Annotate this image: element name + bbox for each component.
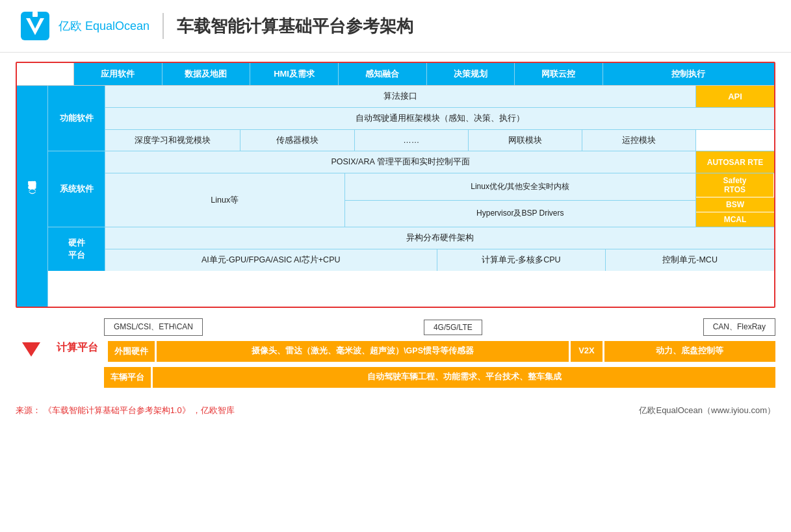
auto-system-label: 自动驾驶操作系统（基础框架软件） — [17, 86, 48, 307]
col-header-perception: 感知融合 — [339, 63, 427, 85]
hw-arch-row: 异构分布硬件架构 — [105, 227, 774, 249]
col-header-decision: 决策规划 — [427, 63, 515, 85]
module-sensor: 传感器模块 — [240, 130, 354, 151]
linux-right-group: Linux优化/其他安全实时内核 Hypervisor及BSP Drivers — [345, 173, 696, 227]
sys-software-rows: POSIX/ARA 管理平面和实时控制平面 AUTOSAR RTE Linux等… — [105, 151, 774, 227]
module-network: 网联模块 — [469, 130, 582, 151]
hw-units-row: AI单元-GPU/FPGA/ASIC AI芯片+CPU 计算单元-多核多CPU … — [105, 249, 774, 271]
footer: 来源： 《车载智能计算基础平台参考架构1.0》 ，亿欧智库 亿欧EqualOce… — [0, 397, 791, 422]
module-dots: …… — [355, 130, 469, 151]
module-dl-vision: 深度学习和视觉模块 — [105, 130, 240, 151]
logo-text: 亿欧 EqualOcean — [58, 18, 149, 34]
main-grid-right: 功能软件 算法接口 API 自动驾驶通用框架模块（感知、决策、执行） — [48, 86, 774, 307]
posix-cell: POSIX/ARA 管理平面和实时控制平面 — [105, 151, 696, 173]
logo-area: 亿欧 EqualOcean — [19, 10, 149, 42]
col-header-hmi: HMI及需求 — [250, 63, 339, 85]
main-content: 应用软件 数据及地图 HMI及需求 感知融合 决策规划 网联云控 控制执行 自动… — [0, 53, 791, 397]
func-software-label: 功能软件 — [48, 86, 105, 151]
footer-source: 来源： 《车载智能计算基础平台参考架构1.0》 ，亿欧智库 — [16, 405, 235, 416]
func-software-section: 功能软件 算法接口 API 自动驾驶通用框架模块（感知、决策、执行） — [48, 86, 774, 151]
peripheral-sensors: 摄像头、雷达（激光、毫米波、超声波）\GPS惯导等传感器 — [157, 341, 569, 362]
peripheral-row: 计算平台 外围硬件 摄像头、雷达（激光、毫米波、超声波）\GPS惯导等传感器 V… — [16, 341, 775, 362]
header-spacer — [17, 63, 74, 85]
hw-compute-unit: 计算单元-多核多CPU — [437, 249, 606, 271]
comm-gmsl: GMSL/CSI、ETH\CAN — [104, 318, 203, 336]
source-prefix: 来源： — [16, 405, 41, 415]
main-grid: 自动驾驶操作系统（基础框架软件） 功能软件 算法接口 API — [17, 86, 774, 307]
hw-platform-section: 硬件 平台 异构分布硬件架构 AI单元-GPU/FPGA/ASIC AI芯片+C… — [48, 227, 774, 271]
brand-logo-icon — [19, 10, 51, 42]
header-divider — [162, 13, 164, 39]
architecture-diagram: 应用软件 数据及地图 HMI及需求 感知融合 决策规划 网联云控 控制执行 自动… — [16, 62, 775, 308]
source-title: 《车载智能计算基础平台参考架构1.0》 — [44, 405, 190, 415]
footer-right: 亿欧EqualOcean（www.iyiou.com） — [639, 405, 775, 416]
hw-platform-label: 硬件 平台 — [48, 227, 105, 271]
vehicle-platform-label: 车辆平台 — [104, 367, 151, 388]
vehicle-platform-main: 自动驾驶车辆工程、功能需求、平台技术、整车集成 — [153, 367, 775, 388]
bsw-mcal-group: BSW MCAL — [696, 197, 774, 227]
rtos-group: Safety RTOS BSW MCAL — [696, 173, 774, 227]
module-blank — [696, 130, 774, 151]
comp-platform-text: 计算平台 — [49, 341, 106, 355]
comp-platform-label-col: 计算平台 — [49, 341, 106, 362]
modules-row: 深度学习和视觉模块 传感器模块 …… 网联模块 运控模块 — [105, 130, 774, 151]
comp-platform-section: GMSL/CSI、ETH\CAN 4G/5G/LTE CAN、FlexRay 计… — [16, 314, 775, 390]
col-header-network: 网联云控 — [515, 63, 603, 85]
algo-interface-cell: 算法接口 — [105, 86, 696, 107]
api-cell: API — [696, 86, 774, 107]
hw-platform-rows: 异构分布硬件架构 AI单元-GPU/FPGA/ASIC AI芯片+CPU 计算单… — [105, 227, 774, 271]
page-title: 车载智能计算基础平台参考架构 — [177, 15, 413, 38]
comm-can: CAN、FlexRay — [703, 318, 775, 336]
adf-cell: 自动驾驶通用框架模块（感知、决策、执行） — [105, 108, 774, 129]
svg-rect-2 — [32, 12, 38, 17]
adf-row: 自动驾驶通用框架模块（感知、决策、执行） — [105, 108, 774, 130]
hw-control-unit: 控制单元-MCU — [606, 249, 774, 271]
col-header-data-map: 数据及地图 — [162, 63, 251, 85]
peripheral-v2x: V2X — [571, 341, 603, 362]
peripheral-power: 动力、底盘控制等 — [604, 341, 775, 362]
func-software-rows: 算法接口 API 自动驾驶通用框架模块（感知、决策、执行） 深度学习和视觉模块 … — [105, 86, 774, 151]
safety-rtos-cell: Safety RTOS — [696, 173, 774, 197]
mcal-cell: MCAL — [696, 212, 774, 227]
comm-row: GMSL/CSI、ETH\CAN 4G/5G/LTE CAN、FlexRay — [16, 318, 775, 336]
page-header: 亿欧 EqualOcean 车载智能计算基础平台参考架构 — [0, 0, 791, 53]
down-arrow-icon — [22, 342, 40, 357]
hw-ai-unit: AI单元-GPU/FPGA/ASIC AI芯片+CPU — [105, 249, 437, 271]
algo-interface-row: 算法接口 API — [105, 86, 774, 108]
comm-4g5g: 4G/5G/LTE — [424, 320, 482, 335]
linux-row: Linux等 Linux优化/其他安全实时内核 Hypervisor及BSP D… — [105, 173, 774, 227]
posix-row: POSIX/ARA 管理平面和实时控制平面 AUTOSAR RTE — [105, 151, 774, 173]
col-header-app-software: 应用软件 — [74, 63, 162, 85]
arrow-col — [16, 341, 47, 362]
hw-arch-cell: 异构分布硬件架构 — [105, 227, 774, 249]
sys-software-section: 系统软件 POSIX/ARA 管理平面和实时控制平面 AUTOSAR RTE L… — [48, 151, 774, 227]
bsw-cell: BSW — [696, 197, 774, 212]
module-motion: 运控模块 — [582, 130, 696, 151]
source-suffix: ，亿欧智库 — [192, 405, 235, 415]
peripheral-label: 外围硬件 — [108, 341, 155, 362]
autosar-rte-cell: AUTOSAR RTE — [696, 151, 774, 173]
col-header-control: 控制执行 — [603, 63, 774, 85]
linux-kernel-cell: Linux优化/其他安全实时内核 — [345, 173, 695, 201]
linux-cell: Linux等 — [105, 173, 345, 227]
sys-software-label: 系统软件 — [48, 151, 105, 227]
hypervisor-cell: Hypervisor及BSP Drivers — [345, 201, 695, 227]
vehicle-row: 车辆平台 自动驾驶车辆工程、功能需求、平台技术、整车集成 — [16, 367, 775, 388]
column-headers-row: 应用软件 数据及地图 HMI及需求 感知融合 决策规划 网联云控 控制执行 — [17, 63, 774, 86]
